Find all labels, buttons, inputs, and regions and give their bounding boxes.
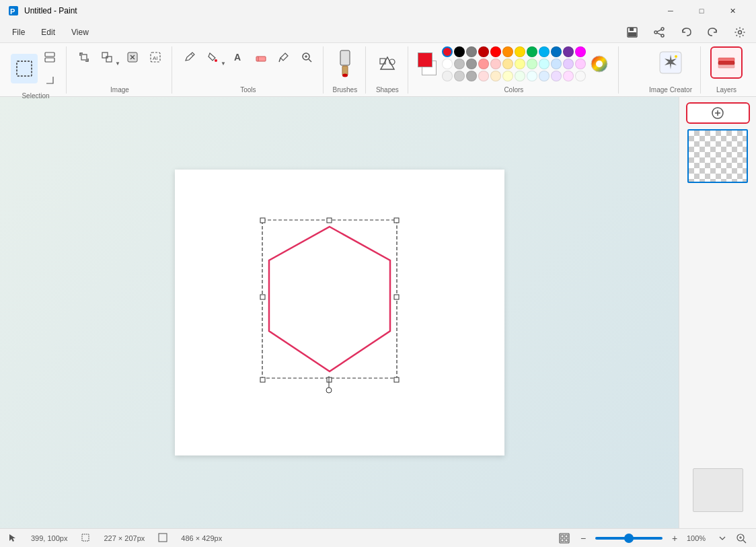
add-layer-button[interactable] (686, 102, 750, 124)
svg-rect-64 (561, 539, 564, 542)
window-title: Untitled - Paint (24, 6, 77, 15)
titlebar-left: P Untitled - Paint (8, 5, 77, 16)
save-button[interactable] (621, 22, 643, 43)
menu-edit[interactable]: Edit (34, 25, 62, 40)
color-lightred[interactable] (478, 59, 489, 69)
layer-thumbnail-2[interactable] (693, 468, 743, 512)
svg-rect-32 (340, 50, 350, 65)
color-purple[interactable] (563, 46, 574, 57)
svg-line-22 (191, 54, 193, 56)
color-t9[interactable] (539, 71, 550, 81)
color-wheel-button[interactable] (589, 53, 610, 75)
color-lightpink[interactable] (575, 59, 586, 69)
canvas[interactable] (175, 170, 504, 455)
color-red[interactable] (442, 46, 453, 57)
fg-color[interactable] (418, 52, 432, 67)
color-t10[interactable] (551, 71, 562, 81)
zoom-dropdown-button[interactable] (716, 532, 729, 545)
titlebar-controls: ─ □ ✕ (655, 0, 748, 22)
close-button[interactable]: ✕ (717, 0, 748, 22)
share-button[interactable] (648, 22, 670, 43)
erase-bg-button[interactable] (122, 46, 143, 68)
svg-point-23 (215, 59, 217, 62)
text-button[interactable]: A (227, 46, 249, 68)
menu-view[interactable]: View (65, 25, 96, 40)
color-yellow[interactable] (515, 46, 525, 57)
color-t3[interactable] (466, 71, 477, 81)
svg-rect-51 (260, 377, 265, 382)
shapes-button[interactable] (373, 46, 402, 81)
layers-toolbar-section: Layers (702, 46, 751, 94)
svg-text:A: A (234, 52, 241, 63)
color-pink[interactable] (575, 46, 586, 57)
redo-button[interactable] (702, 22, 724, 43)
fit-page-button[interactable] (558, 532, 571, 545)
selection-freeform-button[interactable] (39, 69, 61, 91)
settings-button[interactable] (729, 22, 751, 43)
zoom-slider[interactable] (595, 537, 663, 540)
layer-thumbnail-1[interactable] (687, 129, 748, 183)
svg-line-9 (657, 32, 662, 34)
color-dark-red[interactable] (478, 46, 489, 57)
color-t5[interactable] (490, 71, 501, 81)
maximize-button[interactable]: □ (686, 0, 717, 22)
color-blue[interactable] (551, 46, 562, 57)
fit-zoom-button[interactable] (734, 532, 748, 545)
resize-arrow: ▼ (115, 61, 120, 67)
svg-rect-50 (394, 295, 399, 299)
color-t12[interactable] (575, 71, 586, 81)
color-t8[interactable] (527, 71, 537, 81)
color-t2[interactable] (454, 71, 465, 81)
zoom-tool-button[interactable] (296, 46, 317, 68)
menu-file[interactable]: File (5, 25, 32, 40)
color-lightblue[interactable] (551, 59, 562, 69)
color-lightgreen[interactable] (527, 59, 537, 69)
color-green[interactable] (527, 46, 537, 57)
color-gray2[interactable] (466, 59, 477, 69)
svg-rect-13 (45, 58, 54, 62)
image-section: ▼ AI Image (68, 46, 172, 94)
color-orange[interactable] (502, 46, 513, 57)
minimize-button[interactable]: ─ (655, 0, 686, 22)
titlebar: P Untitled - Paint ─ □ ✕ (0, 0, 756, 22)
color-t4[interactable] (478, 71, 489, 81)
selection-mode-button[interactable] (39, 46, 61, 68)
main-area (0, 97, 756, 528)
svg-rect-65 (565, 539, 568, 542)
color-lightorange[interactable] (490, 59, 501, 69)
color-lightcyan[interactable] (539, 59, 550, 69)
selection-tool-button[interactable] (11, 54, 38, 83)
eraser-button[interactable] (250, 46, 272, 68)
color-lightpurple[interactable] (563, 59, 574, 69)
color-t6[interactable] (502, 71, 513, 81)
layers-toolbar-button[interactable] (710, 46, 743, 79)
eyedropper-button[interactable] (273, 46, 295, 68)
canvas-size: 486 × 429px (181, 534, 222, 542)
color-t11[interactable] (563, 71, 574, 81)
color-lightyellow[interactable] (502, 59, 513, 69)
color-t7[interactable] (515, 71, 525, 81)
undo-button[interactable] (675, 22, 697, 43)
brushes-label: Brushes (333, 86, 358, 94)
color-gray[interactable] (466, 46, 477, 57)
brushes-button[interactable] (330, 46, 360, 81)
svg-rect-46 (260, 218, 265, 223)
svg-rect-47 (327, 218, 332, 223)
color-paleyellow[interactable] (515, 59, 525, 69)
color-silver[interactable] (454, 59, 465, 69)
pencil-button[interactable] (179, 46, 200, 68)
crop-button[interactable] (73, 46, 95, 68)
color-white[interactable] (442, 59, 453, 69)
image-resize-group: ▼ (96, 46, 120, 68)
ai-select-button[interactable]: AI (145, 46, 166, 68)
zoom-out-button[interactable]: − (576, 532, 590, 545)
color-red2[interactable] (490, 46, 501, 57)
colors-label: Colors (504, 86, 523, 94)
tools-label: Tools (240, 86, 256, 94)
svg-rect-14 (81, 54, 87, 60)
zoom-in-button[interactable]: + (668, 532, 681, 545)
image-creator-button[interactable] (654, 46, 687, 79)
color-t1[interactable] (442, 71, 453, 81)
color-black[interactable] (454, 46, 465, 57)
color-cyan[interactable] (539, 46, 550, 57)
